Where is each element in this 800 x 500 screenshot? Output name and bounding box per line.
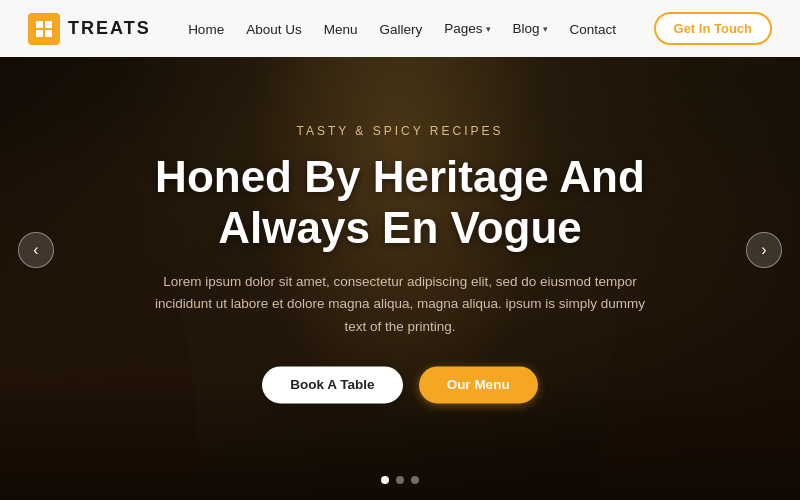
slider-dot-1[interactable]: [381, 476, 389, 484]
logo-text: TREATS: [68, 18, 151, 39]
nav-item-pages[interactable]: Pages ▾: [444, 21, 490, 36]
logo[interactable]: TREATS: [28, 13, 151, 45]
hero-buttons: Book A Table Our Menu: [110, 366, 690, 403]
blog-dropdown-icon: ▾: [543, 24, 548, 34]
svg-rect-2: [36, 30, 43, 37]
get-in-touch-button[interactable]: Get In Touch: [654, 12, 772, 45]
hero-title: Honed By Heritage And Always En Vogue: [110, 152, 690, 253]
nav-link-pages[interactable]: Pages ▾: [444, 21, 490, 36]
nav-link-contact[interactable]: Contact: [570, 22, 617, 37]
hero-description: Lorem ipsum dolor sit amet, consectetur …: [150, 272, 650, 339]
slider-dot-3[interactable]: [411, 476, 419, 484]
hero-content: TASTY & SPICY RECIPES Honed By Heritage …: [110, 124, 690, 403]
hero-section: TREATS Home About Us Menu Gallery Pages …: [0, 0, 800, 500]
nav-item-blog[interactable]: Blog ▾: [513, 21, 548, 36]
logo-icon: [28, 13, 60, 45]
navbar: TREATS Home About Us Menu Gallery Pages …: [0, 0, 800, 57]
our-menu-button[interactable]: Our Menu: [419, 366, 538, 403]
slider-dots: [381, 476, 419, 484]
slider-dot-2[interactable]: [396, 476, 404, 484]
svg-rect-1: [45, 21, 52, 28]
nav-links: Home About Us Menu Gallery Pages ▾: [188, 20, 616, 38]
nav-link-home[interactable]: Home: [188, 22, 224, 37]
svg-rect-3: [45, 30, 52, 37]
nav-link-about[interactable]: About Us: [246, 22, 302, 37]
hero-subtitle: TASTY & SPICY RECIPES: [110, 124, 690, 138]
nav-item-contact[interactable]: Contact: [570, 20, 617, 38]
nav-link-blog[interactable]: Blog ▾: [513, 21, 548, 36]
nav-item-menu[interactable]: Menu: [324, 20, 358, 38]
book-table-button[interactable]: Book A Table: [262, 366, 402, 403]
pages-dropdown-icon: ▾: [486, 24, 491, 34]
slider-next-button[interactable]: ›: [746, 232, 782, 268]
nav-item-about[interactable]: About Us: [246, 20, 302, 38]
nav-item-gallery[interactable]: Gallery: [379, 20, 422, 38]
svg-rect-0: [36, 21, 43, 28]
nav-item-home[interactable]: Home: [188, 20, 224, 38]
nav-link-menu[interactable]: Menu: [324, 22, 358, 37]
slider-prev-button[interactable]: ‹: [18, 232, 54, 268]
nav-link-gallery[interactable]: Gallery: [379, 22, 422, 37]
